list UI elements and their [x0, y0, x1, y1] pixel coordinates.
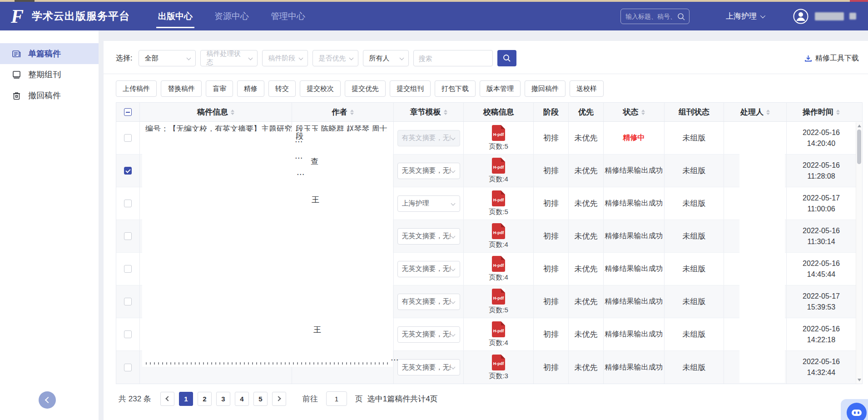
prev-page-button[interactable]: [160, 392, 174, 406]
filter-select-stage[interactable]: 稿件阶段: [262, 50, 308, 66]
page-button-4[interactable]: 4: [235, 392, 249, 406]
vertical-scrollbar[interactable]: [856, 122, 862, 384]
column-header-template[interactable]: 章节模板: [394, 103, 464, 121]
cell-stage: 初排: [534, 155, 569, 187]
page-button-3[interactable]: 3: [216, 392, 230, 406]
page-button-5[interactable]: 5: [253, 392, 268, 406]
toolbar-button-8[interactable]: 提交组刊: [390, 80, 431, 97]
cell-stage: 初排: [534, 187, 569, 220]
chapter-template-select[interactable]: 无英文摘要，无编: [397, 359, 460, 375]
pdf-file-icon[interactable]: H-pdf: [492, 158, 505, 174]
pdf-file-icon[interactable]: H-pdf: [492, 223, 505, 239]
column-header-manuscript[interactable]: 稿件信息: [140, 103, 292, 121]
row-checkbox[interactable]: [124, 298, 132, 305]
pdf-file-icon[interactable]: H-pdf: [492, 355, 505, 370]
filter-select-scope[interactable]: 全部: [139, 50, 196, 66]
page-button-2[interactable]: 2: [198, 392, 212, 406]
row-checkbox[interactable]: [124, 134, 132, 142]
chapter-template-select[interactable]: 无英文摘要，无编: [397, 163, 460, 179]
filter-select-owner[interactable]: 所有人: [363, 50, 409, 66]
global-search-input[interactable]: [625, 13, 675, 20]
page-button-1[interactable]: 1: [179, 392, 193, 406]
global-search[interactable]: [620, 9, 689, 24]
cell-template: 无英文摘要，无编: [394, 155, 464, 187]
pdf-file-icon[interactable]: H-pdf: [492, 190, 505, 206]
scroll-down-icon[interactable]: [858, 379, 861, 381]
menu-publish-center[interactable]: 出版中心: [158, 10, 193, 22]
toolbar-button-3[interactable]: 盲审: [206, 80, 233, 97]
cell-select: [116, 155, 140, 187]
column-header-handler[interactable]: 处理人: [724, 103, 787, 121]
cell-template: 有英文摘要，无编: [394, 285, 464, 318]
sidebar-item-full-issues[interactable]: 整期组刊: [0, 64, 99, 85]
chapter-template-select[interactable]: 有英文摘要，无编: [397, 130, 460, 146]
row-checkbox[interactable]: [124, 232, 132, 240]
sidebar-item-single-manuscripts[interactable]: 单篇稿件: [0, 43, 99, 64]
sort-caret-icon[interactable]: [641, 110, 645, 115]
sidebar-item-label: 整期组刊: [28, 69, 61, 80]
redacted-text-fragment: 王: [313, 325, 321, 335]
sort-caret-icon[interactable]: [350, 110, 354, 115]
chapter-template-select[interactable]: 上海护理: [397, 195, 460, 212]
cell-proof-info: H-pdf 页数:4: [464, 220, 534, 252]
pdf-file-icon[interactable]: H-pdf: [492, 321, 505, 337]
collapse-sidebar-button[interactable]: [39, 391, 56, 409]
chapter-template-select[interactable]: 无英文摘要，无编: [397, 261, 460, 277]
column-header-authors[interactable]: 作者: [292, 103, 394, 121]
cell-op-time: 2022-05-16 14:45:44: [787, 253, 856, 285]
row-checkbox[interactable]: [124, 330, 132, 338]
cell-priority: 未优先: [569, 253, 604, 285]
sort-caret-icon[interactable]: [766, 110, 770, 115]
toolbar-button-6[interactable]: 提交校次: [300, 80, 341, 97]
column-header-op-time[interactable]: 操作时间: [787, 103, 856, 121]
window-edge-red: [850, 0, 868, 2]
menu-management-center[interactable]: 管理中心: [271, 10, 305, 22]
org-switcher[interactable]: 上海护理: [726, 11, 764, 21]
toolbar-button-9[interactable]: 打包下载: [435, 80, 476, 97]
menu-resource-center[interactable]: 资源中心: [214, 10, 249, 22]
row-checkbox[interactable]: [124, 200, 132, 207]
toolbar-button-1[interactable]: 上传稿件: [116, 80, 157, 97]
toolbar-button-10[interactable]: 版本管理: [480, 80, 521, 97]
toolbar-button-2[interactable]: 替换稿件: [161, 80, 202, 97]
sidebar-item-withdrawn[interactable]: 撤回稿件: [0, 85, 99, 106]
row-checkbox[interactable]: [124, 265, 132, 273]
chevron-down-icon: [451, 299, 455, 304]
chapter-template-select[interactable]: 无英文摘要，无编: [397, 326, 460, 343]
pdf-file-icon[interactable]: H-pdf: [492, 256, 505, 272]
select-all-checkbox[interactable]: [124, 108, 132, 116]
filter-search-input[interactable]: [413, 50, 493, 66]
chapter-template-select[interactable]: 有英文摘要，无编: [397, 294, 460, 310]
toolbar-button-5[interactable]: 转交: [268, 80, 296, 97]
toolbar-button-7[interactable]: 提交优先: [345, 80, 386, 97]
next-page-button[interactable]: [272, 392, 286, 406]
sort-caret-icon[interactable]: [836, 110, 840, 115]
cell-group-status: 未组版: [665, 155, 724, 187]
scroll-up-icon[interactable]: [858, 125, 861, 127]
sort-caret-icon[interactable]: [444, 110, 447, 115]
toolbar-button-11[interactable]: 撤回稿件: [525, 80, 565, 97]
chevron-down-icon: [451, 266, 455, 271]
avatar[interactable]: [793, 9, 808, 24]
chat-widget-button[interactable]: [841, 399, 868, 420]
toolbar-button-12[interactable]: 送校样: [570, 80, 604, 97]
toolbar-button-4[interactable]: 精修: [237, 80, 264, 97]
filter-select-priority[interactable]: 是否优先: [312, 50, 358, 66]
filter-select-process-status[interactable]: 稿件处理状态: [200, 50, 258, 66]
goto-page-input[interactable]: [326, 391, 347, 406]
org-name: 上海护理: [726, 11, 757, 21]
scrollbar-thumb[interactable]: [857, 130, 861, 164]
download-icon: [804, 55, 812, 62]
row-checkbox[interactable]: [124, 167, 132, 175]
chapter-template-select[interactable]: 无英文摘要，无编: [397, 228, 460, 245]
cell-op-time: 2022-05-16 14:22:18: [787, 318, 856, 350]
search-button[interactable]: [497, 50, 516, 66]
column-header-status[interactable]: 状态: [604, 103, 665, 121]
row-checkbox[interactable]: [124, 364, 132, 371]
refine-tool-download-link[interactable]: 精修工具下载: [804, 54, 859, 63]
pdf-file-icon[interactable]: H-pdf: [492, 289, 505, 305]
cell-status: 精修中: [604, 122, 665, 154]
sort-caret-icon[interactable]: [231, 110, 234, 115]
pdf-file-icon[interactable]: H-pdf: [492, 125, 505, 141]
pagination-bar: 共 232 条 12345 前往 页 选中1篇稿件共计4页: [116, 384, 863, 406]
